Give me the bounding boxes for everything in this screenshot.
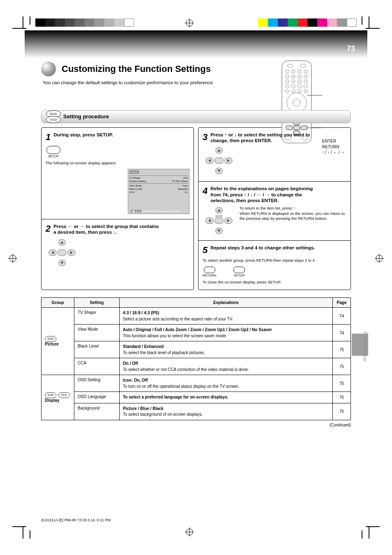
osd-row-value: On [184, 191, 188, 193]
crop-mark [23, 527, 23, 539]
svg-text:ENTER: ENTER [216, 215, 223, 217]
steps-left-column: 1 During stop, press SETUP. SETUP The fo… [41, 127, 194, 290]
crop-mark [366, 28, 380, 29]
explain-bold: Standard / Enhanced [123, 344, 329, 350]
color-calibration-bar [258, 18, 357, 27]
explain-bold: Auto / Original / Full / Auto Zoom / Zoo… [123, 327, 329, 333]
setting-name: CCA [74, 358, 120, 375]
table-row: Background Picture / Blue / BlackTo sele… [42, 403, 351, 420]
settings-table: Group Setting Explanations Page DVDPictu… [41, 297, 351, 420]
svg-rect-59 [58, 250, 66, 256]
setting-name: TV Shape [74, 308, 120, 325]
setting-name: View Mode [74, 325, 120, 341]
crop-mark [12, 526, 26, 527]
dpad-icon [203, 146, 235, 175]
explain-text: This function allows you to select the s… [123, 334, 227, 338]
return-button-label: RETURN [203, 274, 216, 277]
setup-button-icon [46, 146, 60, 154]
return-button-icon [204, 267, 215, 273]
step-heading: Press ← or → to select the group that co… [53, 223, 160, 235]
svg-text:VCD: VCD [50, 118, 57, 122]
step-3: 3 Press ↑ or ↓ to select the setting you… [198, 128, 350, 182]
step-heading: Refer to the explanations on pages begin… [210, 186, 317, 203]
vcd-badge-icon: VCD [58, 392, 70, 398]
dvd-badge-icon: DVD [45, 392, 56, 398]
disc-type-badges: DVD VCD [44, 110, 62, 123]
setting-name: OSD Language [74, 392, 120, 403]
step-number: 4 [203, 186, 208, 196]
continued-label: (Continued) [41, 423, 351, 427]
setting-name: OSD Setting [74, 375, 120, 392]
page-ref: 75 [333, 358, 351, 375]
procedure-title: Setting procedure [63, 113, 109, 120]
step-5: 5 Repeat steps 3 and 4 to change other s… [198, 240, 350, 290]
dvd-badge-icon: DVD [45, 336, 56, 342]
explain-bold: Icon: On, Off [123, 378, 329, 383]
table-row: OSD Language To select a preferred langu… [42, 392, 351, 403]
crop-mark [30, 16, 30, 25]
setup-button-label: SETUP [46, 154, 61, 158]
osd-row-value: Standard [178, 188, 188, 190]
svg-rect-77 [215, 218, 223, 223]
step-sub-text: To return to the item list, press ↑.When… [240, 206, 346, 221]
explain-bold: Picture / Blue / Black [123, 406, 329, 412]
page-ref: 74 [333, 308, 351, 325]
page-ref: 75 [333, 403, 351, 420]
registration-mark-icon [375, 254, 384, 263]
osd-row-value: 16:9 [183, 177, 188, 179]
setting-name: Black Level [74, 341, 120, 358]
step-1: 1 During stop, press SETUP. SETUP The fo… [42, 128, 194, 219]
setup-button-label: SETUP [233, 274, 246, 277]
step-number: 5 [203, 245, 208, 256]
header-gradient [25, 30, 367, 58]
explain-text: Select a picture size according to the a… [123, 317, 233, 321]
registration-mark-icon [8, 254, 17, 263]
side-tab-label: Function setup [363, 332, 367, 362]
table-row: DVDPicture TV Shape 4:3 / 16:9 / 4:3 (PS… [42, 308, 351, 325]
osd-hint-text: Select ENTER: Enter SETUP: Exit [142, 210, 180, 212]
step-heading: Repeat steps 3 and 4 to change other set… [210, 245, 315, 251]
osd-row-label: TV Shape [129, 177, 141, 179]
table-header: Group [42, 298, 74, 308]
page-ref: 75 [333, 392, 351, 403]
step-final-text: To close the on-screen display, press SE… [203, 280, 346, 285]
step-2: 2 Press ← or → to select the group that … [42, 219, 194, 273]
onscreen-display-mock: Picture TV Shape16:9 Display SettingTV P… [128, 169, 189, 214]
table-header: Explanations [120, 298, 333, 308]
step-4: 4 Refer to the explanations on pages beg… [198, 181, 350, 240]
group-name: Picture [45, 342, 59, 346]
explain-text: To select background of on-screen displa… [123, 412, 203, 417]
page-number: 73 [347, 44, 355, 53]
table-row: Black Level Standard / EnhancedTo select… [42, 341, 351, 358]
osd-tab-selected: Picture [129, 170, 139, 174]
setting-name: Background [74, 403, 120, 420]
step-number: 2 [46, 223, 51, 234]
osd-row-value: Auto [183, 184, 188, 187]
explain-text: To select whether or not CCA correction … [123, 367, 249, 372]
grayscale-calibration-bar [35, 18, 134, 27]
crop-mark [30, 530, 30, 539]
page-ref: 75 [333, 341, 351, 358]
table-row: DVD VCDDisplay OSD Setting Icon: On, Off… [42, 375, 351, 392]
registration-mark-icon [185, 527, 194, 537]
explain-bold: To select a preferred language for on-sc… [123, 394, 329, 400]
page-ref: 74 [333, 325, 351, 341]
registration-mark-icon [185, 18, 194, 28]
crop-mark [12, 28, 26, 29]
page-ref: 75 [333, 375, 351, 392]
page-title: Customizing the Function Settings [62, 64, 211, 74]
setup-button-icon [233, 267, 245, 273]
footer-imprint: 2L91311A [E] P66-80 73 03.3.14, 6:11 PM [41, 518, 111, 522]
table-row: View Mode Auto / Original / Full / Auto … [42, 325, 351, 341]
osd-hint-arrows: ◀▶▲▼ [131, 210, 141, 212]
crop-mark [366, 526, 380, 527]
svg-rect-68 [215, 158, 223, 164]
osd-row-label: View Mode [129, 184, 142, 187]
step-heading: During stop, press SETUP. [53, 132, 113, 138]
step-note: The following on-screen display appears. [46, 161, 189, 166]
table-header: Page [333, 298, 351, 308]
intro-text: You can change the default settings to c… [43, 80, 228, 86]
osd-row-value: TV Pict. Reset [172, 180, 188, 182]
table-row: CCA On / OffTo select whether or not CCA… [42, 358, 351, 375]
explain-bold: 4:3 / 16:9 / 4:3 (PS) [123, 310, 329, 316]
